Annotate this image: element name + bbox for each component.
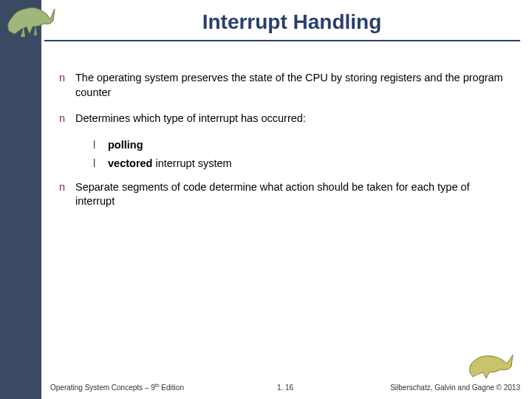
sub-bullet-text: polling — [108, 138, 510, 153]
sub-bullet-marker: l — [93, 138, 108, 153]
sub-bullet-2: l vectored interrupt system — [93, 157, 510, 171]
bullet-3: n Separate segments of code determine wh… — [59, 180, 510, 209]
bullet-2: n Determines which type of interrupt has… — [59, 112, 510, 126]
slide-content: n The operating system preserves the sta… — [59, 71, 510, 221]
slide-title: Interrupt Handling — [66, 10, 517, 34]
bullet-marker: n — [59, 112, 75, 126]
sidebar-band — [0, 0, 41, 399]
keyword-vectored: vectored — [108, 157, 152, 169]
footer: 1. 16 Operating System Concepts – 9th Ed… — [50, 383, 520, 392]
bullet-marker: n — [59, 71, 75, 100]
sub-bullet-tail: interrupt system — [152, 157, 231, 169]
sub-bullet-text: vectored interrupt system — [108, 157, 510, 171]
bullet-text: Determines which type of interrupt has o… — [75, 112, 510, 126]
bullet-marker: n — [59, 180, 75, 209]
sub-bullet-marker: l — [93, 157, 108, 171]
dinosaur-top-icon — [1, 1, 61, 40]
keyword-polling: polling — [108, 139, 143, 151]
bullet-text: The operating system preserves the state… — [75, 71, 510, 100]
title-underline — [44, 40, 520, 41]
sub-bullet-1: l polling — [93, 138, 510, 153]
dinosaur-bottom-icon — [467, 350, 517, 380]
bullet-text: Separate segments of code determine what… — [75, 180, 510, 209]
page-number: 1. 16 — [50, 383, 520, 392]
bullet-1: n The operating system preserves the sta… — [59, 71, 510, 100]
